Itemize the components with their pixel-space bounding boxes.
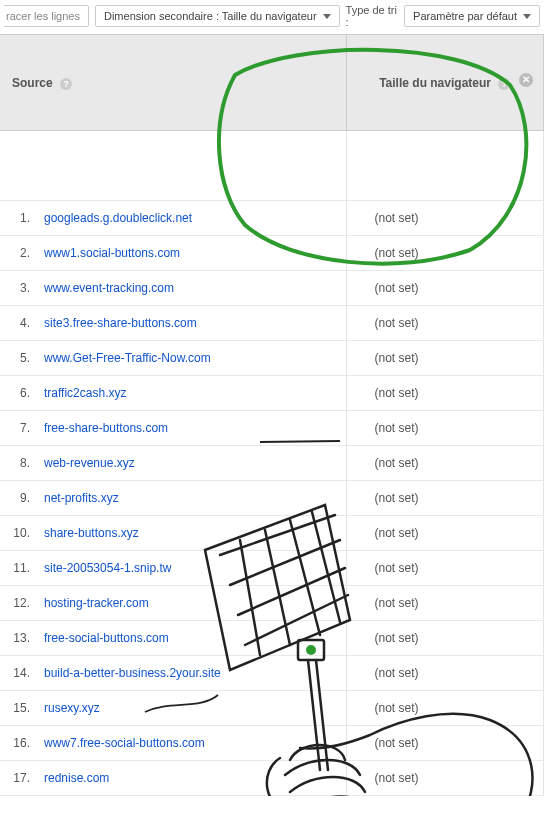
row-source: www.Get-Free-Traffic-Now.com — [36, 341, 346, 376]
row-source: free-social-buttons.com — [36, 621, 346, 656]
row-source: site3.free-share-buttons.com — [36, 306, 346, 341]
row-index: 9. — [0, 481, 36, 516]
row-index: 13. — [0, 621, 36, 656]
source-link[interactable]: hosting-tracker.com — [44, 596, 149, 610]
source-link[interactable]: www1.social-buttons.com — [44, 246, 180, 260]
trace-lines-button[interactable]: racer les lignes — [4, 5, 89, 27]
help-icon[interactable]: ? — [498, 78, 510, 90]
source-link[interactable]: www7.free-social-buttons.com — [44, 736, 205, 750]
table-row: 9.net-profits.xyz(not set) — [0, 481, 544, 516]
row-index: 8. — [0, 446, 36, 481]
row-source: free-share-buttons.com — [36, 411, 346, 446]
source-link[interactable]: site-20053054-1.snip.tw — [44, 561, 171, 575]
row-source: net-profits.xyz — [36, 481, 346, 516]
row-source: www.event-tracking.com — [36, 271, 346, 306]
row-index: 4. — [0, 306, 36, 341]
row-browser-size: (not set) — [346, 656, 544, 691]
sort-type-label: Type de tri : — [346, 4, 398, 28]
row-browser-size: (not set) — [346, 621, 544, 656]
table-row: 3.www.event-tracking.com(not set) — [0, 271, 544, 306]
row-index: 3. — [0, 271, 36, 306]
help-icon[interactable]: ? — [60, 78, 72, 90]
row-index: 10. — [0, 516, 36, 551]
table-header-row: Source ? Taille du navigateur ? ✕ — [0, 35, 544, 131]
row-index: 14. — [0, 656, 36, 691]
source-link[interactable]: net-profits.xyz — [44, 491, 119, 505]
sort-type-value: Paramètre par défaut — [413, 10, 517, 22]
remove-column-icon[interactable]: ✕ — [519, 73, 533, 87]
sort-type-dropdown[interactable]: Paramètre par défaut — [404, 5, 540, 27]
source-link[interactable]: free-share-buttons.com — [44, 421, 168, 435]
row-index: 5. — [0, 341, 36, 376]
source-link[interactable]: www.Get-Free-Traffic-Now.com — [44, 351, 211, 365]
row-browser-size: (not set) — [346, 761, 544, 796]
table-row: 11.site-20053054-1.snip.tw(not set) — [0, 551, 544, 586]
row-browser-size: (not set) — [346, 341, 544, 376]
table-row: 8.web-revenue.xyz(not set) — [0, 446, 544, 481]
row-source: rednise.com — [36, 761, 346, 796]
row-browser-size: (not set) — [346, 271, 544, 306]
row-source: build-a-better-business.2your.site — [36, 656, 346, 691]
data-table: Source ? Taille du navigateur ? ✕ 1.goog… — [0, 34, 544, 796]
row-browser-size: (not set) — [346, 411, 544, 446]
row-index: 11. — [0, 551, 36, 586]
table-row: 6.traffic2cash.xyz(not set) — [0, 376, 544, 411]
source-link[interactable]: googleads.g.doubleclick.net — [44, 211, 192, 225]
table-row: 14.build-a-better-business.2your.site(no… — [0, 656, 544, 691]
row-browser-size: (not set) — [346, 691, 544, 726]
source-link[interactable]: rusexy.xyz — [44, 701, 100, 715]
row-index: 6. — [0, 376, 36, 411]
row-browser-size: (not set) — [346, 586, 544, 621]
row-source: rusexy.xyz — [36, 691, 346, 726]
row-index: 16. — [0, 726, 36, 761]
row-index: 2. — [0, 236, 36, 271]
row-index: 15. — [0, 691, 36, 726]
table-row: 16.www7.free-social-buttons.com(not set) — [0, 726, 544, 761]
row-browser-size: (not set) — [346, 551, 544, 586]
table-row: 1.googleads.g.doubleclick.net(not set) — [0, 201, 544, 236]
row-index: 17. — [0, 761, 36, 796]
row-browser-size: (not set) — [346, 201, 544, 236]
column-header-browser-size[interactable]: Taille du navigateur ? ✕ — [346, 35, 544, 131]
source-link[interactable]: web-revenue.xyz — [44, 456, 135, 470]
secondary-dimension-dropdown[interactable]: Dimension secondaire : Taille du navigat… — [95, 5, 340, 27]
source-link[interactable]: build-a-better-business.2your.site — [44, 666, 221, 680]
column-header-source-label: Source — [12, 76, 53, 90]
row-browser-size: (not set) — [346, 446, 544, 481]
row-source: web-revenue.xyz — [36, 446, 346, 481]
row-source: www7.free-social-buttons.com — [36, 726, 346, 761]
source-link[interactable]: free-social-buttons.com — [44, 631, 169, 645]
table-row: 10.share-buttons.xyz(not set) — [0, 516, 544, 551]
chevron-down-icon — [523, 14, 531, 19]
row-browser-size: (not set) — [346, 376, 544, 411]
table-row: 4.site3.free-share-buttons.com(not set) — [0, 306, 544, 341]
toolbar: racer les lignes Dimension secondaire : … — [0, 0, 544, 34]
row-index: 12. — [0, 586, 36, 621]
row-index: 7. — [0, 411, 36, 446]
chevron-down-icon — [323, 14, 331, 19]
row-source: googleads.g.doubleclick.net — [36, 201, 346, 236]
source-link[interactable]: www.event-tracking.com — [44, 281, 174, 295]
source-link[interactable]: rednise.com — [44, 771, 109, 785]
row-browser-size: (not set) — [346, 306, 544, 341]
row-browser-size: (not set) — [346, 726, 544, 761]
source-link[interactable]: traffic2cash.xyz — [44, 386, 126, 400]
table-row: 13.free-social-buttons.com(not set) — [0, 621, 544, 656]
row-browser-size: (not set) — [346, 236, 544, 271]
row-index: 1. — [0, 201, 36, 236]
table-row: 15.rusexy.xyz(not set) — [0, 691, 544, 726]
column-header-source[interactable]: Source ? — [0, 35, 346, 131]
table-row: 2.www1.social-buttons.com(not set) — [0, 236, 544, 271]
row-source: traffic2cash.xyz — [36, 376, 346, 411]
source-link[interactable]: share-buttons.xyz — [44, 526, 139, 540]
table-row: 17.rednise.com(not set) — [0, 761, 544, 796]
summary-row — [0, 131, 544, 201]
row-browser-size: (not set) — [346, 481, 544, 516]
row-source: site-20053054-1.snip.tw — [36, 551, 346, 586]
table-row: 7.free-share-buttons.com(not set) — [0, 411, 544, 446]
source-link[interactable]: site3.free-share-buttons.com — [44, 316, 197, 330]
column-header-browser-size-label: Taille du navigateur — [379, 76, 491, 90]
table-row: 5.www.Get-Free-Traffic-Now.com(not set) — [0, 341, 544, 376]
table-row: 12.hosting-tracker.com(not set) — [0, 586, 544, 621]
row-source: share-buttons.xyz — [36, 516, 346, 551]
